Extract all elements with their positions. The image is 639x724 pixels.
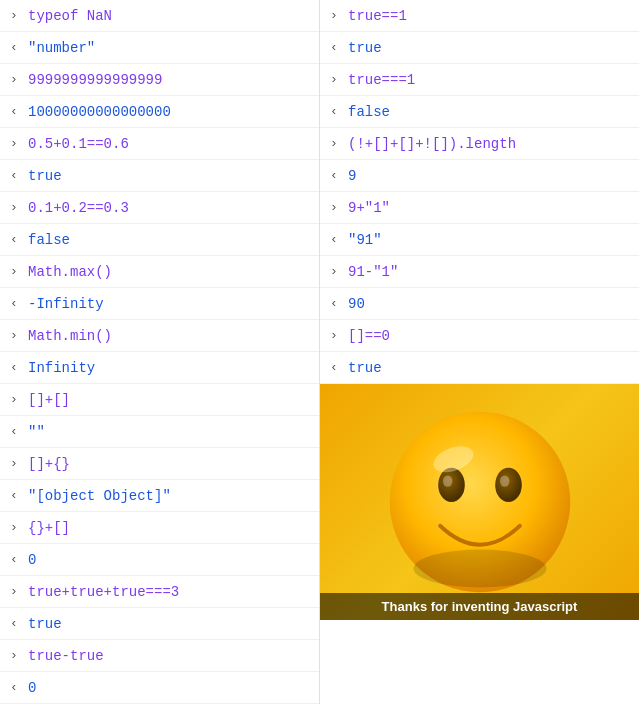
list-item: ‹-Infinity bbox=[0, 288, 319, 320]
output-value: true bbox=[24, 168, 62, 184]
input-arrow-icon: › bbox=[0, 200, 24, 215]
list-item: ‹"number" bbox=[0, 32, 319, 64]
input-arrow-icon: › bbox=[0, 328, 24, 343]
output-arrow-icon: ‹ bbox=[0, 552, 24, 567]
output-arrow-icon: ‹ bbox=[0, 232, 24, 247]
output-value: 90 bbox=[344, 296, 365, 312]
input-arrow-icon: › bbox=[320, 328, 344, 343]
output-value: 9 bbox=[344, 168, 356, 184]
output-value: -Infinity bbox=[24, 296, 104, 312]
output-arrow-icon: ‹ bbox=[0, 296, 24, 311]
list-item: ‹true bbox=[320, 352, 639, 384]
list-item: ›0.1+0.2==0.3 bbox=[0, 192, 319, 224]
output-value: 10000000000000000 bbox=[24, 104, 171, 120]
list-item: ›9999999999999999 bbox=[0, 64, 319, 96]
list-item: ‹true bbox=[0, 160, 319, 192]
list-item: ›91-"1" bbox=[320, 256, 639, 288]
input-expression: Math.max() bbox=[24, 264, 112, 280]
svg-point-3 bbox=[442, 475, 452, 486]
input-arrow-icon: › bbox=[0, 648, 24, 663]
list-item: ›true==1 bbox=[320, 0, 639, 32]
emoji-icon bbox=[385, 407, 575, 597]
input-expression: typeof NaN bbox=[24, 8, 112, 24]
input-expression: 0.5+0.1==0.6 bbox=[24, 136, 129, 152]
output-value: "" bbox=[24, 424, 45, 440]
input-expression: 0.1+0.2==0.3 bbox=[24, 200, 129, 216]
svg-point-1 bbox=[413, 550, 546, 588]
input-expression: 9+"1" bbox=[344, 200, 390, 216]
list-item: ‹false bbox=[320, 96, 639, 128]
output-value: true bbox=[344, 40, 382, 56]
list-item: ›0.5+0.1==0.6 bbox=[0, 128, 319, 160]
input-arrow-icon: › bbox=[0, 456, 24, 471]
list-item: ‹"91" bbox=[320, 224, 639, 256]
list-item: ‹true bbox=[0, 608, 319, 640]
input-arrow-icon: › bbox=[320, 8, 344, 23]
list-item: ‹"[object Object]" bbox=[0, 480, 319, 512]
output-value: "[object Object]" bbox=[24, 488, 171, 504]
left-column: ›typeof NaN‹"number"›9999999999999999‹10… bbox=[0, 0, 320, 704]
input-expression: true+true+true===3 bbox=[24, 584, 179, 600]
output-arrow-icon: ‹ bbox=[0, 168, 24, 183]
output-arrow-icon: ‹ bbox=[0, 104, 24, 119]
output-arrow-icon: ‹ bbox=[0, 680, 24, 695]
output-value: Infinity bbox=[24, 360, 95, 376]
input-expression: []+{} bbox=[24, 456, 70, 472]
input-expression: 9999999999999999 bbox=[24, 72, 162, 88]
list-item: ›typeof NaN bbox=[0, 0, 319, 32]
input-arrow-icon: › bbox=[0, 520, 24, 535]
input-expression: 91-"1" bbox=[344, 264, 398, 280]
input-expression: true==1 bbox=[344, 8, 407, 24]
output-arrow-icon: ‹ bbox=[320, 168, 344, 183]
input-expression: {}+[] bbox=[24, 520, 70, 536]
svg-point-5 bbox=[499, 475, 509, 486]
list-item: ›[]+{} bbox=[0, 448, 319, 480]
input-arrow-icon: › bbox=[0, 136, 24, 151]
output-arrow-icon: ‹ bbox=[320, 232, 344, 247]
output-arrow-icon: ‹ bbox=[0, 616, 24, 631]
input-arrow-icon: › bbox=[0, 584, 24, 599]
output-arrow-icon: ‹ bbox=[0, 360, 24, 375]
output-arrow-icon: ‹ bbox=[0, 40, 24, 55]
output-value: true bbox=[24, 616, 62, 632]
output-arrow-icon: ‹ bbox=[320, 104, 344, 119]
image-container: Thanks for inventing Javascript bbox=[320, 384, 639, 620]
list-item: ‹0 bbox=[0, 544, 319, 576]
input-expression: true===1 bbox=[344, 72, 415, 88]
list-item: ›Math.min() bbox=[0, 320, 319, 352]
output-arrow-icon: ‹ bbox=[320, 40, 344, 55]
list-item: ›Math.max() bbox=[0, 256, 319, 288]
output-value: 0 bbox=[24, 552, 36, 568]
input-expression: Math.min() bbox=[24, 328, 112, 344]
output-arrow-icon: ‹ bbox=[320, 296, 344, 311]
output-value: true bbox=[344, 360, 382, 376]
list-item: ‹10000000000000000 bbox=[0, 96, 319, 128]
input-arrow-icon: › bbox=[320, 136, 344, 151]
list-item: ›[]+[] bbox=[0, 384, 319, 416]
right-column: ›true==1‹true›true===1‹false›(!+[]+[]+![… bbox=[320, 0, 639, 704]
list-item: ›true+true+true===3 bbox=[0, 576, 319, 608]
input-arrow-icon: › bbox=[320, 200, 344, 215]
list-item: ‹0 bbox=[0, 672, 319, 704]
list-item: ‹true bbox=[320, 32, 639, 64]
input-expression: []==0 bbox=[344, 328, 390, 344]
input-arrow-icon: › bbox=[320, 72, 344, 87]
list-item: ›(!+[]+[]+![]).length bbox=[320, 128, 639, 160]
svg-point-4 bbox=[495, 468, 522, 502]
output-value: 0 bbox=[24, 680, 36, 696]
list-item: ‹9 bbox=[320, 160, 639, 192]
list-item: ›9+"1" bbox=[320, 192, 639, 224]
list-item: ‹false bbox=[0, 224, 319, 256]
output-value: false bbox=[24, 232, 70, 248]
output-arrow-icon: ‹ bbox=[0, 424, 24, 439]
list-item: ‹Infinity bbox=[0, 352, 319, 384]
output-arrow-icon: ‹ bbox=[0, 488, 24, 503]
input-expression: (!+[]+[]+![]).length bbox=[344, 136, 516, 152]
list-item: ›true===1 bbox=[320, 64, 639, 96]
output-value: "number" bbox=[24, 40, 95, 56]
list-item: ‹90 bbox=[320, 288, 639, 320]
input-arrow-icon: › bbox=[0, 8, 24, 23]
output-value: false bbox=[344, 104, 390, 120]
console-container: ›typeof NaN‹"number"›9999999999999999‹10… bbox=[0, 0, 639, 704]
input-arrow-icon: › bbox=[0, 72, 24, 87]
